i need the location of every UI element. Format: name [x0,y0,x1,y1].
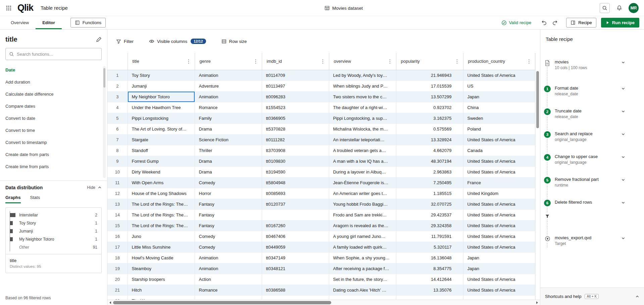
row-number[interactable]: 2 [107,81,128,91]
cell-production-country[interactable]: Japan [463,263,535,274]
cell-overview[interactable]: When siblings Judy and P… [329,81,396,91]
row-number[interactable]: 3 [107,91,128,102]
cell-popularity[interactable] [396,295,463,300]
row-size-button[interactable]: Row size [221,39,247,44]
filter-button[interactable]: Filter [116,39,134,44]
hide-distribution-button[interactable]: Hide [87,185,102,190]
function-list-item[interactable]: Convert to timestamp [0,136,107,148]
cell-overview[interactable]: A man with a low IQ has a… [329,156,396,166]
cell-overview[interactable]: A troubled veteran gets a… [329,145,396,156]
scroll-left-arrow[interactable] [109,301,111,304]
scrollbar-thumb[interactable] [113,301,331,304]
cell-imdb-id[interactable]: tt0167260 [262,220,329,231]
cell-imdb-id[interactable]: tt0348121 [262,263,329,274]
chevron-down-icon[interactable] [621,235,625,240]
cell-imdb-id[interactable] [262,274,329,285]
chevron-down-icon[interactable] [621,154,625,159]
cell-genre[interactable]: Horror [195,188,262,199]
column-menu-icon[interactable]: ⋮ [388,59,393,64]
cell-title[interactable]: The Lord of the Rings: The… [128,220,195,231]
app-launcher-button[interactable] [4,3,13,13]
row-number[interactable]: 9 [107,156,128,166]
cell-genre[interactable]: Animation [195,70,262,81]
cell-popularity[interactable]: 3.162375 [396,113,463,123]
cell-genre[interactable]: Drama [195,166,262,177]
functions-button[interactable]: Functions [70,18,106,28]
cell-genre[interactable]: Romance [195,285,262,295]
cell-production-country[interactable]: United States of America [463,134,535,145]
cell-title[interactable]: House of the Long Shadows [128,188,195,199]
cell-imdb-id[interactable]: tt5370828 [262,123,329,134]
cell-production-country[interactable]: United States of America [463,220,535,231]
cell-overview[interactable]: Pippi Longstocking, a sup… [329,113,396,123]
cell-title[interactable]: Forrest Gump [128,156,195,166]
function-list-item[interactable]: Create date from parts [0,148,107,160]
cell-genre[interactable]: Drama [195,156,262,166]
column-header-production_country[interactable]: production_country⋮ [463,53,535,70]
vertical-scrollbar[interactable] [535,53,540,300]
cell-genre[interactable]: Comedy [195,177,262,188]
cell-imdb-id[interactable]: tt0386588 [262,285,329,295]
cell-popularity[interactable]: 4.662079 [396,145,463,156]
cell-overview[interactable]: Dating coach Alex 'Hitch' … [329,285,396,295]
cell-production-country[interactable]: US [463,81,535,91]
row-number[interactable]: 4 [107,102,128,113]
column-menu-icon[interactable]: ⋮ [320,59,326,64]
cell-production-country[interactable]: United States of America [463,156,535,166]
column-menu-icon[interactable]: ⋮ [186,59,191,64]
distribution-tab-graphs[interactable]: Graphs [5,195,21,203]
cell-title[interactable]: My Neighbor Totoro [128,91,195,102]
cell-overview[interactable]: Frodo and Sam are trekki… [329,209,396,220]
column-header-popularity[interactable]: popularity⋮ [396,53,463,70]
cell-production-country[interactable]: United Kingdom [463,188,535,199]
chevron-down-icon[interactable] [621,86,625,91]
horizontal-scrollbar[interactable] [107,300,540,305]
cell-genre[interactable]: Adventure [195,81,262,91]
cell-genre[interactable]: Drama [195,123,262,134]
cell-title[interactable]: Howl's Moving Castle [128,252,195,263]
visible-columns-button[interactable]: Visible columns 12/12 [149,39,206,44]
tab-editor[interactable]: Editor [36,16,62,29]
cell-genre[interactable]: Comedy [195,231,262,242]
function-list-item[interactable]: Add duration [0,76,107,88]
cell-overview[interactable]: Young hobbit Frodo Baggi… [329,199,396,209]
cell-title[interactable]: Starship troopers [128,274,195,285]
cell-title[interactable]: Dirty Weekend [128,166,195,177]
cell-imdb-id[interactable] [262,209,329,220]
cell-title[interactable]: The Lord of the Rings: The… [128,209,195,220]
function-list-scrollbar[interactable] [103,66,106,178]
cell-genre[interactable]: Comedy [195,242,262,252]
recipe-source[interactable]: movies 10 cols | 100 rows [544,59,625,70]
cell-popularity[interactable]: 13.328924 [396,134,463,145]
column-menu-icon[interactable]: ⋮ [253,59,258,64]
function-list-item[interactable]: Create time from parts [0,160,107,172]
function-list-item[interactable]: Compare dates [0,100,107,112]
redo-button[interactable] [550,18,559,28]
cell-imdb-id[interactable]: tt0085693 [262,188,329,199]
row-number[interactable]: 7 [107,134,128,145]
cell-overview[interactable]: The daughter of a right-wi… [329,102,396,113]
cell-genre[interactable]: Family [195,113,262,123]
cell-popularity[interactable]: 14.412644 [396,274,463,285]
row-number[interactable]: 13 [107,199,128,209]
cell-imdb-id[interactable]: tt0120737 [262,199,329,209]
cell-imdb-id[interactable]: tt0111282 [262,134,329,145]
cell-genre[interactable] [195,295,262,300]
function-list-item[interactable]: Calculate date difference [0,88,107,100]
cell-title[interactable]: The W… [128,295,195,300]
recipe-step[interactable]: 3Search and replaceoriginal_language [544,131,625,142]
cell-title[interactable]: Hitch [128,285,195,295]
row-number[interactable]: 15 [107,220,128,231]
column-header-title[interactable]: title⋮ [128,53,195,70]
cell-overview[interactable] [329,295,396,300]
cell-imdb-id[interactable]: tt0467406 [262,231,329,242]
cell-popularity[interactable]: 29.324358 [396,220,463,231]
cell-genre[interactable]: Animation [195,263,262,274]
row-number[interactable]: 20 [107,274,128,285]
chevron-down-icon[interactable] [621,59,625,64]
cell-imdb-id[interactable]: tt0109830 [262,156,329,166]
cell-production-country[interactable]: United States of America [463,274,535,285]
cell-overview[interactable]: Two sisters move to the c… [329,91,396,102]
recipe-step[interactable]: 1Format daterelease_date [544,86,625,96]
cell-genre[interactable]: Romance [195,102,262,113]
